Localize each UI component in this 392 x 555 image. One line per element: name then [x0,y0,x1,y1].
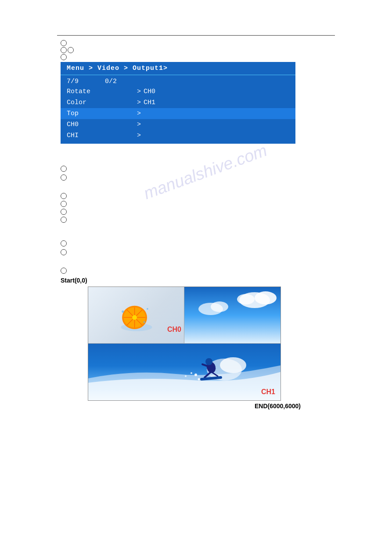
menu-row-ch0[interactable]: CH0 > [61,119,295,130]
svg-point-7 [132,315,137,320]
bullet-g3-4 [61,217,67,223]
svg-point-19 [220,357,246,373]
svg-point-29 [185,375,187,377]
color-arrow: > [137,99,141,106]
menu-row-color[interactable]: Color > CH1 [61,97,295,108]
ch0-arrow: > [137,121,141,128]
top-arrow: > [137,110,141,117]
bullet-2a [61,47,67,53]
bullets-group-1 [61,40,392,60]
svg-point-16 [211,301,228,312]
svg-point-27 [191,372,192,374]
bullets-group-3 [61,193,392,223]
preview-bottom: CH1 [88,343,281,400]
stat-left: 7/9 [67,78,79,85]
svg-point-8 [122,310,124,312]
bullet-1 [61,40,67,46]
bullets-group-4 [61,240,392,255]
end-label: END(6000,6000) [255,403,301,410]
bullet-g4-1 [61,240,67,247]
menu-row-top[interactable]: Top > [61,108,295,119]
svg-point-26 [194,374,197,376]
preview-area: CH0 [88,287,281,401]
top-divider [57,35,335,36]
menu-stats: 7/9 0/2 [61,75,295,86]
chi-label: CHI [67,132,137,139]
svg-point-13 [255,291,277,305]
bullets-group-2 [61,166,392,181]
ch1-preview-label: CH1 [261,388,275,396]
ch0-preview-label: CH0 [167,326,181,334]
bullet-g2-1 [61,166,67,172]
page-container: manualshive.com Menu > Video > Output1> … [0,0,392,555]
bullet-g3-2 [61,201,67,207]
bullet-g3-1 [61,193,67,199]
rotate-arrow: > [137,88,141,95]
rotate-value: CH0 [144,88,155,95]
svg-point-28 [198,378,200,381]
menu-header: Menu > Video > Output1> [61,62,295,75]
svg-point-9 [147,308,148,310]
bullet-3 [61,54,67,60]
start-label: Start(0,0) [61,277,87,284]
preview-tr-quadrant [184,287,281,344]
color-value: CH1 [144,99,155,106]
rotate-label: Rotate [67,88,137,95]
menu-panel: Menu > Video > Output1> 7/9 0/2 Rotate >… [61,62,295,144]
snowboarder-scene-icon [88,343,281,400]
svg-point-21 [205,358,212,365]
menu-row-rotate[interactable]: Rotate > CH0 [61,86,295,97]
bullet-g5-1 [61,268,67,274]
ch0-label: CH0 [67,121,137,128]
top-label: Top [67,110,137,117]
menu-row-chi[interactable]: CHI > [61,130,295,141]
orange-slice-icon [117,298,156,333]
start-label-area: Start(0,0) [61,268,392,285]
stat-right: 0/2 [105,78,117,85]
svg-point-10 [143,321,145,323]
preview-tl-quadrant: CH0 [88,287,185,344]
bullet-g4-2 [61,249,67,255]
bullet-2b [68,47,74,53]
color-label: Color [67,99,137,106]
sky-icon [184,287,281,344]
bullet-g2-2 [61,174,67,181]
end-label-area: END(6000,6000) [0,403,301,410]
svg-point-14 [237,294,255,305]
bullet-g3-3 [61,209,67,215]
chi-arrow: > [137,132,141,139]
